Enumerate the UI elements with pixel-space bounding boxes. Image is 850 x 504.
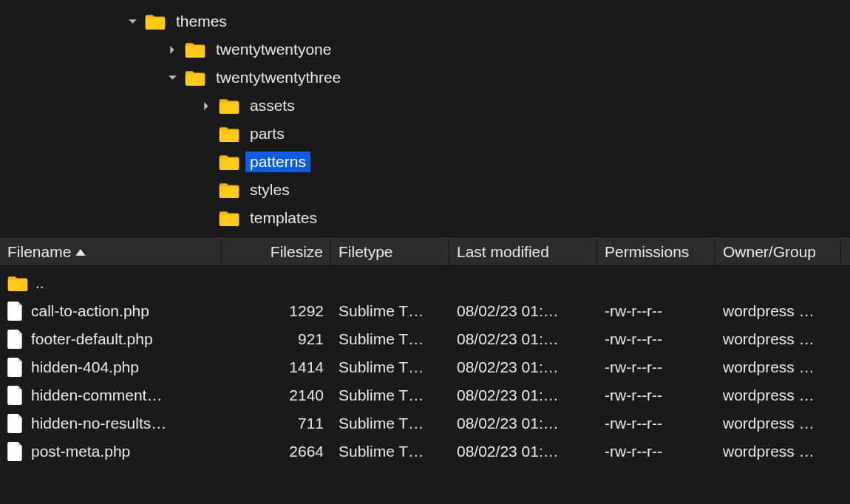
parent-directory-row[interactable]: .. <box>0 269 850 297</box>
file-table-header: Filename Filesize Filetype Last modified… <box>0 238 850 266</box>
column-label: Permissions <box>605 243 689 261</box>
tree-folder[interactable]: patterns <box>0 148 850 176</box>
file-row[interactable]: hidden-comment…2140Sublime T…08/02/23 01… <box>0 381 850 409</box>
tree-folder[interactable]: assets <box>0 92 850 120</box>
file-modified: 08/02/23 01:… <box>449 386 597 404</box>
file-name: hidden-comment… <box>31 386 162 404</box>
folder-icon <box>219 126 239 142</box>
tree-label: assets <box>245 95 299 116</box>
tree-folder-themes[interactable]: themes <box>0 7 850 35</box>
column-label: Owner/Group <box>723 243 816 261</box>
column-header-filename[interactable]: Filename <box>0 239 222 265</box>
file-type: Sublime T… <box>331 443 449 460</box>
file-size: 711 <box>222 415 331 432</box>
file-type: Sublime T… <box>331 386 449 404</box>
file-owner: wordpress … <box>715 330 841 348</box>
parent-dir-label: .. <box>35 274 44 292</box>
column-header-filetype[interactable]: Filetype <box>331 239 449 265</box>
file-owner: wordpress … <box>715 358 841 376</box>
folder-icon <box>219 182 239 198</box>
folder-icon <box>145 13 166 30</box>
file-icon <box>7 302 24 321</box>
file-name: call-to-action.php <box>31 302 149 320</box>
tree-label: twentytwentyone <box>211 39 336 60</box>
file-icon <box>7 414 24 433</box>
file-name: hidden-no-results… <box>31 415 166 432</box>
column-label: Filename <box>7 243 71 261</box>
file-modified: 08/02/23 01:… <box>449 443 597 460</box>
file-modified: 08/02/23 01:… <box>449 330 597 348</box>
sort-ascending-icon <box>75 249 86 256</box>
file-size: 2140 <box>222 386 331 404</box>
tree-label: parts <box>245 123 289 144</box>
file-permissions: -rw-r--r-- <box>597 443 715 460</box>
file-permissions: -rw-r--r-- <box>597 415 715 432</box>
file-icon <box>7 330 24 349</box>
chevron-down-icon[interactable] <box>166 71 179 84</box>
tree-label: themes <box>171 11 231 32</box>
file-row[interactable]: hidden-no-results…711Sublime T…08/02/23 … <box>0 409 850 437</box>
tree-folder[interactable]: twentytwentyone <box>0 35 850 64</box>
file-type: Sublime T… <box>331 330 449 348</box>
file-type: Sublime T… <box>331 302 449 320</box>
file-size: 1414 <box>222 358 331 376</box>
file-owner: wordpress … <box>715 443 841 460</box>
tree-folder[interactable]: styles <box>0 176 850 204</box>
file-name: footer-default.php <box>31 330 153 348</box>
file-modified: 08/02/23 01:… <box>449 415 597 432</box>
file-row[interactable]: post-meta.php2664Sublime T…08/02/23 01:…… <box>0 437 850 466</box>
file-icon <box>7 386 24 405</box>
file-permissions: -rw-r--r-- <box>597 330 715 348</box>
column-header-permissions[interactable]: Permissions <box>597 239 715 265</box>
file-size: 2664 <box>222 443 331 460</box>
column-label: Last modified <box>457 243 549 261</box>
chevron-right-icon[interactable] <box>166 43 179 56</box>
tree-folder[interactable]: parts <box>0 120 850 148</box>
file-modified: 08/02/23 01:… <box>449 358 597 376</box>
folder-icon <box>7 275 28 291</box>
file-type: Sublime T… <box>331 358 449 376</box>
file-owner: wordpress … <box>715 415 841 432</box>
folder-icon <box>219 154 239 170</box>
folder-icon <box>185 69 205 86</box>
chevron-down-icon[interactable] <box>126 15 139 28</box>
directory-tree: themes twentytwentyonetwentytwentythreea… <box>0 0 850 238</box>
file-owner: wordpress … <box>715 386 841 404</box>
file-permissions: -rw-r--r-- <box>597 358 715 376</box>
file-list: .. call-to-action.php1292Sublime T…08/02… <box>0 266 850 466</box>
column-label: Filetype <box>339 243 393 261</box>
file-icon <box>7 442 24 461</box>
file-row[interactable]: hidden-404.php1414Sublime T…08/02/23 01:… <box>0 353 850 381</box>
file-icon <box>7 358 24 377</box>
column-label: Filesize <box>271 243 323 261</box>
file-size: 921 <box>222 330 331 348</box>
folder-icon <box>219 210 239 226</box>
tree-label: patterns <box>245 151 310 172</box>
file-type: Sublime T… <box>331 415 449 432</box>
tree-label: twentytwentythree <box>211 67 345 88</box>
chevron-right-icon[interactable] <box>200 99 213 112</box>
file-row[interactable]: call-to-action.php1292Sublime T…08/02/23… <box>0 297 850 325</box>
folder-icon <box>185 41 205 58</box>
tree-label: templates <box>245 208 322 228</box>
tree-label: styles <box>245 180 294 200</box>
file-modified: 08/02/23 01:… <box>449 302 597 320</box>
file-name: hidden-404.php <box>31 358 139 376</box>
file-size: 1292 <box>222 302 331 320</box>
file-permissions: -rw-r--r-- <box>597 386 715 404</box>
tree-folder[interactable]: templates <box>0 204 850 232</box>
tree-folder[interactable]: twentytwentythree <box>0 64 850 92</box>
file-permissions: -rw-r--r-- <box>597 302 715 320</box>
folder-icon <box>219 98 239 114</box>
file-owner: wordpress … <box>715 302 841 320</box>
column-header-owner-group[interactable]: Owner/Group <box>715 239 841 265</box>
column-header-filesize[interactable]: Filesize <box>222 239 331 265</box>
file-name: post-meta.php <box>31 443 130 460</box>
file-row[interactable]: footer-default.php921Sublime T…08/02/23 … <box>0 325 850 353</box>
column-header-last-modified[interactable]: Last modified <box>449 239 597 265</box>
